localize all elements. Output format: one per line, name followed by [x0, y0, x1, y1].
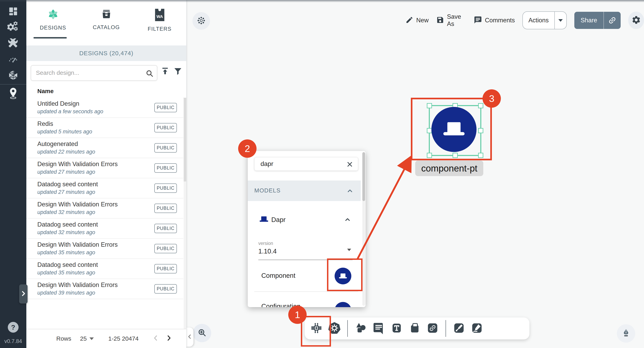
component-row[interactable]: Component [248, 262, 361, 290]
resize-handle[interactable] [478, 103, 483, 108]
chevron-down-icon [90, 338, 94, 340]
shapes-tool-button[interactable] [354, 322, 367, 335]
tab-filters[interactable]: WA FILTERS [133, 0, 186, 45]
whiteboard-pen-button[interactable] [617, 324, 635, 343]
panel-tabs: DESIGNS CATALOG WA FILTERS [26, 0, 186, 45]
list-scrollbar[interactable] [184, 98, 186, 329]
new-button-label: New [416, 17, 428, 24]
search-row [26, 61, 186, 85]
copy-link-button[interactable] [604, 12, 621, 29]
sidebar-expand-button[interactable] [19, 284, 28, 304]
design-name: Datadog seed content [37, 181, 98, 188]
share-button[interactable]: Share [574, 12, 621, 29]
resize-handle[interactable] [478, 128, 483, 133]
table-row[interactable]: Untitled Design updated a few seconds ag… [26, 98, 183, 118]
dock-search-box [254, 157, 358, 171]
design-name: Datadog seed content [37, 261, 98, 268]
dock-scrollbar[interactable] [362, 152, 365, 306]
filter-designs-button[interactable] [173, 67, 182, 77]
edge-tool-button[interactable] [452, 322, 466, 335]
design-canvas[interactable]: New Save As Comments Actions Share [186, 0, 644, 348]
dapr-component-icon[interactable] [334, 268, 351, 284]
lifecycle-gears-icon [8, 21, 19, 34]
table-row[interactable]: Datadog seed content updated 35 minutes … [26, 259, 183, 279]
design-search-input[interactable] [36, 66, 140, 80]
table-row[interactable]: Datadog seed content updated 32 minutes … [26, 219, 183, 239]
help-button[interactable]: ? [8, 322, 18, 333]
resize-handle[interactable] [478, 153, 483, 158]
table-row[interactable]: Design With Validation Errors updated 27… [26, 158, 183, 178]
tab-catalog[interactable]: CATALOG [80, 0, 133, 45]
canvas-toolbar: New Save As Comments Actions Share [406, 11, 644, 29]
new-button[interactable]: New [406, 16, 428, 25]
note-tool-button[interactable] [408, 322, 421, 335]
list-scrollbar-thumb[interactable] [184, 98, 186, 181]
table-row[interactable]: Design With Validation Errors updated 32… [26, 198, 183, 219]
components-tool-button[interactable] [310, 322, 323, 335]
table-header-name: Name [26, 85, 186, 98]
resize-handle[interactable] [452, 153, 458, 158]
visibility-badge: PUBLIC [154, 224, 177, 233]
table-row[interactable]: Redis updated 5 minutes ago PUBLIC [26, 118, 183, 138]
kubernetes-tool-button[interactable] [328, 322, 341, 335]
design-updated: updated 22 minutes ago [37, 149, 95, 155]
pencil-icon [406, 16, 414, 25]
link-tool-button[interactable] [426, 322, 439, 335]
dock-scrollbar-thumb[interactable] [362, 152, 365, 201]
design-updated: updated 32 minutes ago [37, 209, 95, 215]
rows-per-page-select[interactable]: 25 [80, 335, 94, 342]
comment-tool-button[interactable] [372, 322, 385, 335]
zoom-in-button[interactable] [193, 324, 211, 342]
design-updated: updated 35 minutes ago [37, 250, 95, 256]
annotation-step-2: 2 [238, 139, 256, 158]
model-row-dapr[interactable]: Dapr [248, 209, 361, 231]
design-name: Design With Validation Errors [37, 161, 118, 168]
sidebar-item-lifecycle[interactable] [8, 22, 19, 33]
save-as-button[interactable]: Save As [436, 13, 466, 27]
actions-dropdown-button[interactable]: Actions [522, 11, 567, 29]
actions-caret-button[interactable] [555, 12, 566, 29]
version-select[interactable]: 1.10.4 [258, 248, 277, 255]
sidebar-item-dashboard[interactable] [8, 6, 19, 17]
resize-handle[interactable] [427, 103, 432, 108]
tab-designs[interactable]: DESIGNS [26, 0, 80, 45]
design-list: Untitled Design updated a few seconds ag… [26, 98, 183, 299]
freehand-draw-tool-button[interactable] [470, 322, 484, 335]
configuration-row[interactable]: Configuration [248, 299, 361, 307]
table-row[interactable]: Design With Validation Errors updated 35… [26, 239, 183, 259]
design-name: Design With Validation Errors [37, 281, 118, 289]
sidebar-item-configuration[interactable] [8, 38, 19, 49]
design-name: Redis [37, 120, 53, 127]
comments-button[interactable]: Comments [474, 16, 515, 25]
meshery-spiral-icon [48, 9, 59, 21]
dapr-component-node[interactable] [432, 107, 476, 152]
previous-page-button[interactable] [152, 334, 160, 344]
sidebar-item-extensions[interactable] [8, 70, 19, 81]
models-section-header[interactable]: MODELS [248, 180, 361, 201]
pen-arrow-icon [452, 322, 465, 335]
dock-search-input[interactable] [260, 157, 341, 170]
chevron-down-icon[interactable] [347, 251, 351, 255]
panel-collapse-button[interactable] [186, 328, 194, 347]
visibility-badge: PUBLIC [154, 163, 177, 173]
tab-designs-label: DESIGNS [40, 25, 66, 31]
canvas-menu-button[interactable] [192, 12, 210, 30]
app-version: v0.7.84 [4, 338, 22, 345]
text-tool-button[interactable] [390, 322, 403, 335]
sidebar-item-kanvas[interactable] [8, 88, 19, 99]
table-row[interactable]: Design With Validation Errors updated 39… [26, 279, 183, 299]
node-label[interactable]: component-pt [415, 161, 483, 176]
table-row[interactable]: Autogenerated updated 22 minutes ago PUB… [26, 138, 183, 158]
clear-search-button[interactable] [346, 161, 354, 169]
resize-handle[interactable] [427, 153, 432, 158]
import-design-button[interactable] [160, 67, 170, 77]
dapr-configuration-icon[interactable] [334, 302, 351, 307]
pen-nib-icon [621, 328, 631, 339]
sidebar-item-performance[interactable] [8, 54, 19, 65]
next-page-button[interactable] [165, 334, 173, 344]
settings-button[interactable] [628, 11, 644, 29]
table-row[interactable]: Datadog seed content updated 27 minutes … [26, 178, 183, 198]
design-search-box [31, 65, 157, 81]
model-name: Dapr [271, 216, 286, 224]
toolbar-divider [446, 320, 446, 337]
